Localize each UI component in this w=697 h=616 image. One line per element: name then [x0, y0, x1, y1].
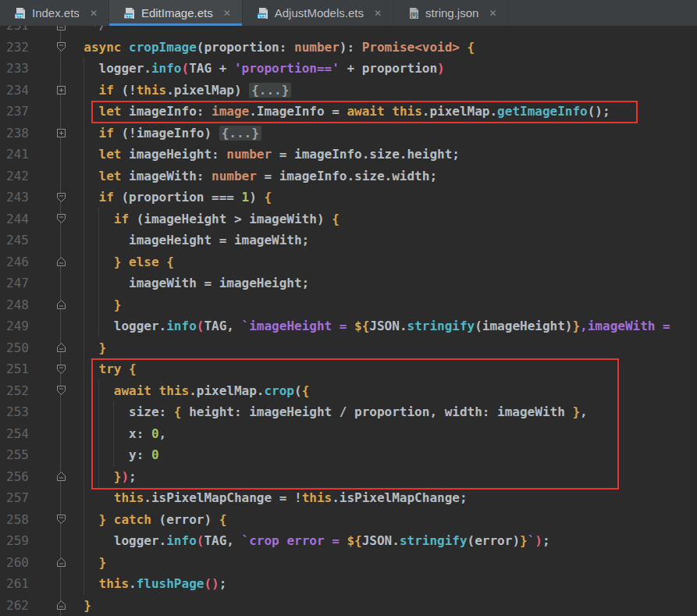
line-number: 252	[0, 383, 53, 398]
fold-start-icon[interactable]	[53, 509, 69, 531]
fold-start-icon[interactable]	[53, 37, 69, 59]
fold-gutter	[53, 530, 69, 552]
line-number: 244	[0, 212, 53, 226]
tab-close-icon[interactable]: ✕	[223, 9, 231, 18]
code-line[interactable]: 232 async cropImage(proportion: number):…	[0, 37, 697, 59]
tab-Index.ets[interactable]: ETSIndex.ets✕	[0, 0, 109, 26]
fold-gutter	[53, 166, 69, 187]
code-line[interactable]: 257 this.isPixelMapChange = !this.isPixe…	[0, 487, 697, 509]
tab-string.json[interactable]: {0}string.json✕	[393, 0, 508, 26]
fold-gutter	[53, 573, 69, 595]
active-tab-underline	[109, 23, 242, 26]
code-rows: 231 */232 async cropImage(proportion: nu…	[0, 26, 697, 616]
code-text: let imageInfo: image.ImageInfo = await t…	[69, 104, 610, 119]
code-line[interactable]: 256 });	[0, 466, 697, 488]
code-text: } catch (error) {	[69, 512, 226, 527]
tab-label: AdjustModels.ets	[275, 6, 364, 20]
code-line[interactable]: 260 }	[0, 552, 697, 574]
code-line[interactable]: 231 */	[0, 26, 697, 37]
fold-gutter	[53, 230, 69, 251]
code-text: y: 0	[69, 447, 159, 462]
fold-gutter	[53, 58, 69, 80]
svg-text:ETS: ETS	[258, 13, 266, 18]
code-text: } else {	[69, 255, 174, 269]
code-line[interactable]: 238 if (!imageInfo) {...}	[0, 123, 697, 144]
code-line[interactable]: 253 size: { height: imageHeight / propor…	[0, 401, 697, 423]
code-text: await this.pixelMap.crop({	[69, 383, 309, 398]
code-line[interactable]: 243 if (proportion === 1) {	[0, 187, 697, 208]
code-line[interactable]: 249 logger.info(TAG, `imageHeight = ${JS…	[0, 315, 697, 337]
code-line[interactable]: 248 }	[0, 294, 697, 316]
fold-start-icon[interactable]	[53, 187, 69, 208]
code-line[interactable]: 251 try {	[0, 358, 697, 380]
code-line[interactable]: 262 }	[0, 595, 697, 616]
ets-file-icon: ETS	[257, 7, 269, 20]
fold-end-icon[interactable]	[53, 552, 69, 574]
line-number: 234	[0, 83, 53, 98]
code-text: if (proportion === 1) {	[69, 190, 272, 205]
fold-gutter	[53, 272, 69, 294]
code-text: }	[69, 340, 106, 355]
fold-plus-icon[interactable]	[53, 123, 69, 144]
code-line[interactable]: 234 if (!this.pixelMap) {...}	[0, 80, 697, 101]
line-number: 258	[0, 512, 53, 527]
tab-AdjustModels.ets[interactable]: ETSAdjustModels.ets✕	[243, 0, 393, 26]
line-number: 243	[0, 190, 53, 205]
line-number: 238	[0, 126, 53, 141]
fold-start-icon[interactable]	[53, 380, 69, 402]
code-line[interactable]: 252 await this.pixelMap.crop({	[0, 380, 697, 402]
svg-text:ETS: ETS	[15, 13, 23, 18]
code-line[interactable]: 259 logger.info(TAG, `crop error = ${JSO…	[0, 530, 697, 552]
fold-start-icon[interactable]	[53, 208, 69, 230]
code-line[interactable]: 261 this.flushPage();	[0, 573, 697, 595]
code-text: logger.info(TAG, `imageHeight = ${JSON.s…	[69, 319, 677, 333]
line-number: 261	[0, 576, 53, 591]
code-line[interactable]: 247 imageWith = imageHeight;	[0, 272, 697, 294]
code-line[interactable]: 244 if (imageHeight > imageWith) {	[0, 208, 697, 230]
tab-close-icon[interactable]: ✕	[489, 9, 496, 18]
json-file-icon: {0}	[407, 7, 420, 20]
code-line[interactable]: 258 } catch (error) {	[0, 509, 697, 531]
line-number: 251	[0, 361, 53, 376]
ets-file-icon: ETS	[123, 7, 136, 20]
code-line[interactable]: 241 let imageHeight: number = imageInfo.…	[0, 144, 697, 166]
fold-end-icon[interactable]	[53, 26, 69, 37]
code-editor[interactable]: 231 */232 async cropImage(proportion: nu…	[0, 26, 697, 616]
code-text: */	[69, 26, 106, 33]
code-line[interactable]: 250 }	[0, 337, 697, 359]
code-line[interactable]: 245 imageHeight = imageWith;	[0, 230, 697, 251]
code-line[interactable]: 254 x: 0,	[0, 423, 697, 445]
code-text: try {	[69, 361, 137, 376]
tab-close-icon[interactable]: ✕	[374, 9, 382, 18]
code-text: logger.info(TAG, `crop error = ${JSON.st…	[69, 533, 550, 548]
fold-plus-icon[interactable]	[53, 80, 69, 101]
line-number: 231	[0, 26, 53, 33]
code-text: size: { height: imageHeight / proportion…	[69, 404, 588, 419]
fold-start-icon[interactable]	[53, 358, 69, 380]
code-line[interactable]: 237 let imageInfo: image.ImageInfo = awa…	[0, 101, 697, 123]
code-line[interactable]: 255 y: 0	[0, 444, 697, 466]
tab-EditImage.ets[interactable]: ETSEditImage.ets✕	[109, 0, 243, 26]
code-line[interactable]: 242 let imageWith: number = imageInfo.si…	[0, 166, 697, 187]
fold-end-icon[interactable]	[53, 595, 69, 616]
code-text: if (imageHeight > imageWith) {	[69, 212, 340, 226]
line-number: 260	[0, 555, 53, 570]
line-number: 254	[0, 426, 53, 441]
tab-close-icon[interactable]: ✕	[90, 9, 98, 18]
fold-end-icon[interactable]	[53, 294, 69, 316]
line-number: 246	[0, 255, 53, 269]
fold-end-icon[interactable]	[53, 337, 69, 359]
fold-gutter	[53, 423, 69, 445]
code-text: async cropImage(proportion: number): Pro…	[69, 40, 475, 55]
fold-end-icon[interactable]	[53, 466, 69, 488]
code-text: this.isPixelMapChange = !this.isPixelMap…	[69, 490, 468, 505]
line-number: 242	[0, 169, 53, 183]
line-number: 232	[0, 40, 53, 55]
fold-end-icon[interactable]	[53, 251, 69, 273]
code-line[interactable]: 233 logger.info(TAG + 'proportion==' + p…	[0, 58, 697, 80]
code-line[interactable]: 246 } else {	[0, 251, 697, 273]
line-number: 250	[0, 340, 53, 355]
line-number: 247	[0, 276, 53, 290]
fold-gutter	[53, 315, 69, 337]
line-number: 259	[0, 533, 53, 548]
